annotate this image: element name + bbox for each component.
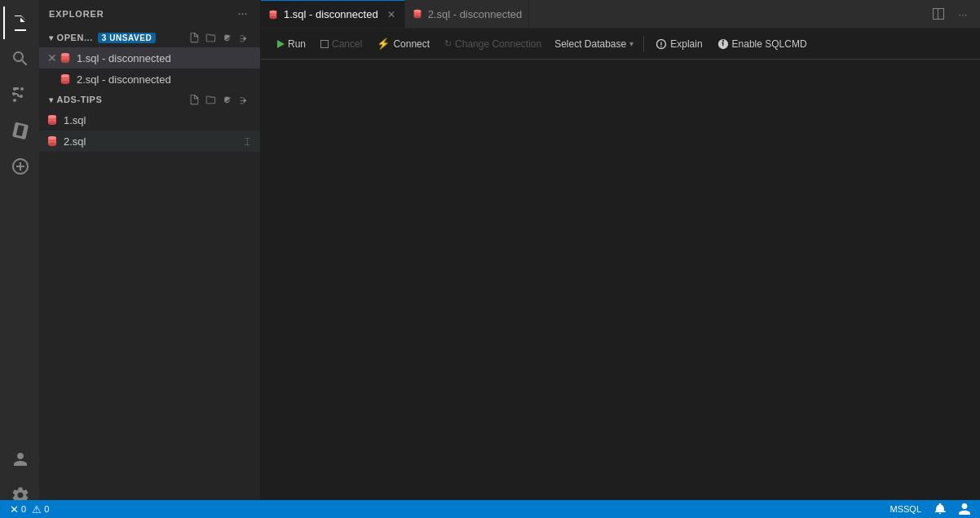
explain-label: Explain <box>670 38 702 50</box>
change-connection-button[interactable]: ↻ Change Connection <box>438 36 548 52</box>
select-database-button[interactable]: Select Database ▾ <box>550 36 638 52</box>
notification-bell[interactable] <box>931 503 949 515</box>
activity-item-run[interactable] <box>3 114 36 147</box>
tab-bar-actions: ··· <box>928 3 980 24</box>
enable-sqlcmd-button[interactable]: Enable SQLCMD <box>711 36 814 52</box>
svg-point-27 <box>413 10 421 13</box>
tab-close-1sql[interactable]: ✕ <box>385 8 398 21</box>
connect-button[interactable]: ⚡ Connect <box>370 35 436 52</box>
tab-2sql[interactable]: 2.sql - disconnected <box>405 0 530 29</box>
split-editor-icon[interactable] <box>928 3 949 24</box>
ads-tips-section-header[interactable]: ▾ ADS-TIPS <box>39 90 260 109</box>
section-actions <box>187 30 250 45</box>
group-file-1sql[interactable]: 1.sql <box>39 109 260 131</box>
open-file-1sql[interactable]: ✕ 1.sql - disconnected <box>39 47 260 69</box>
sqlcmd-icon <box>717 38 729 50</box>
activity-item-source-control[interactable] <box>3 78 36 111</box>
activity-item-extensions[interactable] <box>3 150 36 183</box>
group-file-2sql-name: 2.sql <box>64 135 86 148</box>
new-folder-icon[interactable] <box>203 30 218 45</box>
explain-icon <box>656 38 667 50</box>
open-file-1sql-name: 1.sql - disconnected <box>77 52 171 64</box>
status-bar: ✕ 0 ⚠ 0 MSSQL <box>0 500 980 518</box>
chevron-down-icon: ▾ <box>49 33 54 42</box>
open-file-2sql-name: 2.sql - disconnected <box>77 73 171 86</box>
cursor-indicator: ⌶ <box>245 136 250 146</box>
change-connection-label: Change Connection <box>455 38 541 50</box>
collapse-all-icon[interactable] <box>236 30 250 45</box>
warning-icon: ⚠ <box>32 503 42 516</box>
connect-label: Connect <box>393 38 430 50</box>
cancel-square-icon <box>320 40 329 48</box>
refresh-icon[interactable] <box>219 30 234 45</box>
run-triangle-icon <box>277 40 285 48</box>
collapse-all-icon-2[interactable] <box>236 92 250 107</box>
error-count-value: 0 <box>21 504 26 514</box>
change-connection-icon: ↻ <box>444 38 452 49</box>
open-section-label: OPEN... <box>57 33 93 42</box>
toolbar: Run Cancel ⚡ Connect ↻ Change Connection… <box>261 29 980 60</box>
new-file-icon-2[interactable] <box>187 92 201 107</box>
svg-point-2 <box>61 60 69 63</box>
ads-section-actions <box>187 92 250 107</box>
new-file-icon[interactable] <box>187 30 201 45</box>
cancel-label: Cancel <box>332 38 362 50</box>
svg-point-3 <box>61 53 69 56</box>
new-folder-icon-2[interactable] <box>203 92 218 107</box>
status-left: ✕ 0 ⚠ 0 <box>7 503 52 516</box>
run-label: Run <box>288 38 306 50</box>
tab-1sql[interactable]: 1.sql - disconnected ✕ <box>261 0 405 29</box>
tab-1sql-label: 1.sql - disconnected <box>284 8 378 20</box>
chevron-down-icon-2: ▾ <box>49 95 54 104</box>
svg-point-18 <box>48 143 56 146</box>
account-status[interactable] <box>956 503 973 515</box>
connect-plug-icon: ⚡ <box>377 38 390 50</box>
svg-point-15 <box>48 115 56 118</box>
open-files-section-header[interactable]: ▾ OPEN... 3 UNSAVED <box>39 28 260 47</box>
open-file-2sql[interactable]: 2.sql - disconnected <box>39 69 260 90</box>
empty-space <box>39 152 260 501</box>
tab-bar: 1.sql - disconnected ✕ 2.sql - disconnec… <box>261 0 980 29</box>
bell-icon <box>934 503 946 515</box>
activity-item-explorer[interactable] <box>3 7 36 39</box>
svg-point-19 <box>48 136 56 139</box>
toolbar-separator <box>643 36 644 52</box>
ads-tips-label: ADS-TIPS <box>57 95 103 104</box>
mssql-label: MSSQL <box>890 504 921 514</box>
warning-count-value: 0 <box>44 504 49 514</box>
person-icon <box>959 503 970 515</box>
svg-point-8 <box>61 81 69 84</box>
explain-button[interactable]: Explain <box>649 36 709 52</box>
select-database-label: Select Database <box>554 38 626 50</box>
activity-item-search[interactable] <box>3 42 36 75</box>
cancel-button[interactable]: Cancel <box>314 36 369 52</box>
ellipsis-icon[interactable]: ··· <box>236 7 250 21</box>
main-layout: EXPLORER ··· ▾ OPEN... 3 UNSAVED <box>39 0 980 518</box>
sidebar: EXPLORER ··· ▾ OPEN... 3 UNSAVED <box>39 0 261 518</box>
sidebar-header-icons: ··· <box>236 7 250 21</box>
sidebar-title: EXPLORER ··· <box>39 0 260 28</box>
svg-point-22 <box>270 15 277 19</box>
svg-point-26 <box>413 15 421 19</box>
run-button[interactable]: Run <box>271 36 312 52</box>
select-db-chevron-icon: ▾ <box>629 39 633 48</box>
svg-point-23 <box>270 10 277 13</box>
group-file-2sql[interactable]: 2.sql ⌶ <box>39 131 260 152</box>
editor-content[interactable] <box>261 60 980 518</box>
enable-sqlcmd-label: Enable SQLCMD <box>732 38 807 50</box>
error-count[interactable]: ✕ 0 ⚠ 0 <box>7 503 52 516</box>
unsaved-badge: 3 UNSAVED <box>98 33 156 43</box>
refresh-icon-2[interactable] <box>219 92 234 107</box>
mssql-status[interactable]: MSSQL <box>886 504 925 514</box>
error-icon: ✕ <box>10 503 19 516</box>
svg-point-9 <box>61 74 69 77</box>
activity-item-account[interactable] <box>3 443 36 476</box>
group-file-1sql-name: 1.sql <box>64 114 86 126</box>
svg-point-14 <box>48 122 56 125</box>
close-file-icon[interactable]: ✕ <box>46 51 59 64</box>
more-actions-icon[interactable]: ··· <box>952 3 973 24</box>
editor-area: 1.sql - disconnected ✕ 2.sql - disconnec… <box>261 0 980 518</box>
activity-bar <box>0 0 39 518</box>
status-right: MSSQL <box>886 503 973 515</box>
tab-2sql-label: 2.sql - disconnected <box>428 8 523 20</box>
